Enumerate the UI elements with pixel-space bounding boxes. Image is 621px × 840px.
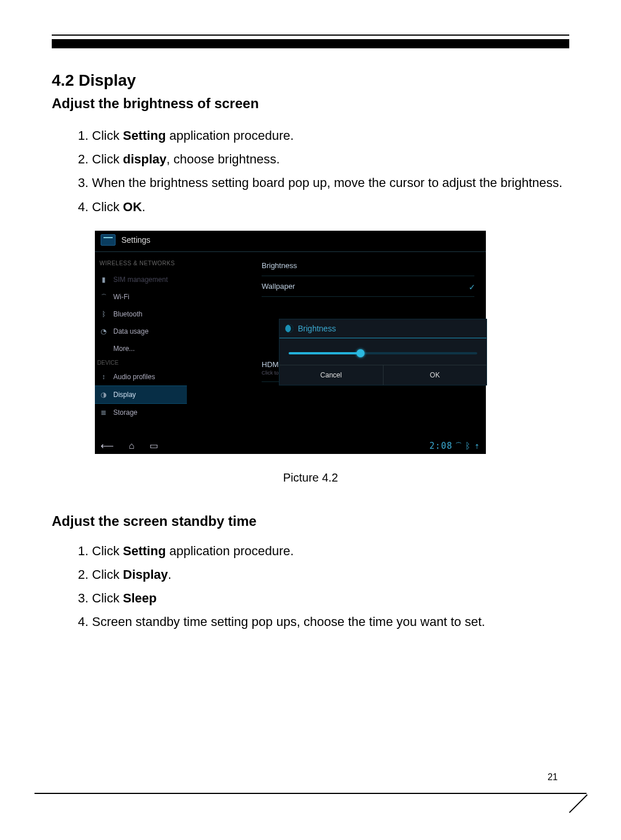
sidebar-item-audio[interactable]: ↕Audio profiles	[95, 368, 187, 385]
row-brightness[interactable]: Brightness	[262, 255, 474, 276]
bluetooth-icon: ᛒ	[99, 310, 108, 318]
step2-2: Click Display.	[92, 564, 569, 585]
footer-corner	[564, 782, 586, 805]
home-icon[interactable]: ⌂	[129, 441, 135, 451]
ok-button[interactable]: OK	[384, 365, 487, 385]
step-4: Click OK.	[92, 197, 569, 217]
figure-caption: Picture 4.2	[52, 471, 569, 484]
brightness-icon	[285, 324, 293, 333]
rule-thick	[52, 39, 569, 48]
step-1: Click Setting application procedure.	[92, 125, 569, 146]
step-3: When the brightness setting board pop up…	[92, 173, 569, 193]
wifi-icon: ⏞	[99, 293, 108, 301]
bluetooth-status-icon: ᛒ	[465, 441, 471, 451]
slider-thumb[interactable]	[356, 349, 365, 357]
display-icon: ◑	[99, 391, 108, 399]
rule-thin	[52, 35, 569, 36]
settings-main: Brightness Wallpaper✓ HDMI settingsClick…	[187, 252, 486, 436]
subheading-brightness: Adjust the brightness of screen	[52, 96, 569, 112]
footer-rule	[34, 793, 586, 794]
screenshot-android-settings: Settings WIRELESS & NETWORKS ▮SIM manage…	[95, 231, 486, 454]
step-2: Click display, choose brightness.	[92, 149, 569, 169]
more-icon	[99, 345, 108, 353]
data-usage-icon: ◔	[99, 327, 108, 335]
page-number: 21	[547, 772, 558, 782]
settings-sidebar: WIRELESS & NETWORKS ▮SIM management ⏞Wi-…	[95, 252, 187, 436]
sim-icon: ▮	[99, 276, 108, 284]
dialog-title: Brightness	[279, 319, 486, 338]
storage-icon: ≣	[99, 408, 108, 417]
sidebar-item-wifi[interactable]: ⏞Wi-Fi	[95, 288, 187, 306]
sidebar-header-device: DEVICE	[95, 357, 187, 368]
audio-icon: ↕	[99, 373, 108, 381]
sidebar-item-display[interactable]: ◑Display	[95, 385, 187, 404]
upload-status-icon: ⇡	[474, 441, 480, 451]
app-title: Settings	[121, 235, 151, 245]
brightness-slider[interactable]	[289, 352, 477, 354]
sidebar-item-more[interactable]: More...	[95, 340, 187, 357]
settings-app-icon	[101, 234, 116, 246]
android-navbar: ⟵ ⌂ ▭ 2:08 ⏞ ᛒ ⇡	[95, 438, 486, 454]
sidebar-item-data-usage[interactable]: ◔Data usage	[95, 323, 187, 340]
status-time: 2:08	[430, 441, 453, 451]
recents-icon[interactable]: ▭	[150, 440, 158, 451]
back-icon[interactable]: ⟵	[101, 440, 114, 451]
sidebar-item-storage[interactable]: ≣Storage	[95, 404, 187, 421]
row-wallpaper[interactable]: Wallpaper✓	[262, 276, 474, 297]
steps-brightness: Click Setting application procedure. Cli…	[52, 125, 569, 217]
steps-standby: Click Setting application procedure. Cli…	[52, 541, 569, 632]
step2-3: Click Sleep	[92, 588, 569, 608]
step2-4: Screen standby time setting pop ups, cho…	[92, 612, 569, 632]
sidebar-header-wireless: WIRELESS & NETWORKS	[95, 252, 187, 271]
brightness-dialog: Brightness Cancel OK	[279, 319, 487, 385]
cancel-button[interactable]: Cancel	[279, 365, 384, 385]
subheading-standby: Adjust the screen standby time	[52, 513, 569, 529]
sidebar-item-sim[interactable]: ▮SIM management	[95, 271, 187, 288]
check-icon: ✓	[469, 282, 478, 289]
step2-1: Click Setting application procedure.	[92, 541, 569, 561]
window-titlebar: Settings	[95, 231, 486, 249]
slider-fill	[289, 352, 361, 354]
sidebar-item-bluetooth[interactable]: ᛒBluetooth	[95, 306, 187, 323]
wifi-status-icon: ⏞	[456, 441, 462, 451]
section-title: 4.2 Display	[52, 71, 569, 90]
